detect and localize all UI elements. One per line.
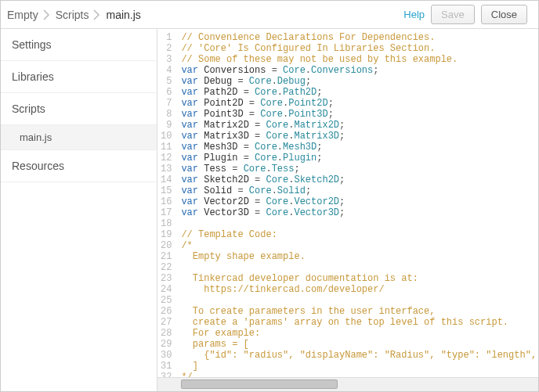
code-line[interactable]: var Tess = Core.Tess; [181, 164, 534, 174]
chevron-right-icon [92, 9, 103, 20]
code-line[interactable]: var Point3D = Core.Point3D; [181, 109, 534, 120]
code-line[interactable]: var Mesh3D = Core.Mesh3D; [181, 142, 534, 153]
code-line[interactable]: var Conversions = Core.Conversions; [181, 65, 534, 76]
code-area[interactable]: // Convenience Declarations For Dependen… [176, 29, 538, 377]
code-line[interactable]: // Convenience Declarations For Dependen… [181, 32, 534, 43]
code-line[interactable]: For example: [181, 328, 534, 339]
sidebar-item-scripts[interactable]: Scripts [1, 93, 157, 125]
code-line[interactable]: {"id": "radius", "displayName": "Radius"… [181, 350, 534, 361]
code-line[interactable] [181, 262, 534, 273]
code-line[interactable]: var Vector3D = Core.Vector3D; [181, 207, 534, 218]
code-line[interactable]: // Some of these may not be used by this… [181, 54, 534, 65]
save-button[interactable]: Save [431, 5, 475, 24]
chevron-right-icon [42, 9, 52, 20]
code-line[interactable] [181, 218, 534, 229]
code-line[interactable]: To create parameters in the user interfa… [181, 306, 534, 317]
topbar: Empty Scripts main.js Help Save Close [1, 1, 538, 29]
sidebar-item-settings[interactable]: Settings [1, 29, 157, 61]
breadcrumb-item: main.js [106, 9, 140, 21]
code-line[interactable]: var Plugin = Core.Plugin; [181, 153, 534, 164]
code-line[interactable]: var Vector2D = Core.Vector2D; [181, 196, 534, 207]
horizontal-scrollbar[interactable] [157, 377, 538, 391]
code-line[interactable]: var Sketch2D = Core.Sketch2D; [181, 174, 534, 185]
sidebar-subitem-mainjs[interactable]: main.js [1, 125, 157, 150]
code-line[interactable]: var Matrix2D = Core.Matrix2D; [181, 120, 534, 131]
code-line[interactable]: Tinkercad developer documentation is at: [181, 273, 534, 284]
editor-wrap: 1234567891011121314151617181920212223242… [157, 29, 538, 391]
main: Settings Libraries Scripts main.js Resou… [1, 29, 538, 391]
scrollbar-thumb[interactable] [181, 379, 338, 389]
code-line[interactable]: ] [181, 361, 534, 372]
code-editor[interactable]: 1234567891011121314151617181920212223242… [157, 29, 538, 377]
code-line[interactable]: // 'Core' Is Configured In Libraries Sec… [181, 43, 534, 54]
top-actions: Help Save Close [403, 5, 534, 24]
code-line[interactable]: params = [ [181, 339, 534, 350]
code-line[interactable]: var Point2D = Core.Point2D; [181, 98, 534, 109]
sidebar-item-libraries[interactable]: Libraries [1, 61, 157, 93]
gutter: 1234567891011121314151617181920212223242… [157, 29, 176, 377]
code-line[interactable]: /* [181, 240, 534, 251]
code-line[interactable]: // Template Code: [181, 229, 534, 240]
breadcrumb: Empty Scripts main.js [1, 9, 403, 21]
app-window: Empty Scripts main.js Help Save Close Se… [0, 0, 539, 392]
code-line[interactable]: create a 'params' array on the top level… [181, 317, 534, 328]
sidebar: Settings Libraries Scripts main.js Resou… [1, 29, 157, 391]
help-link[interactable]: Help [403, 9, 425, 20]
breadcrumb-item[interactable]: Scripts [56, 9, 89, 21]
code-line[interactable]: var Debug = Core.Debug; [181, 76, 534, 87]
sidebar-item-resources[interactable]: Resources [1, 150, 157, 182]
code-line[interactable]: Empty shape example. [181, 251, 534, 262]
breadcrumb-item[interactable]: Empty [7, 9, 38, 21]
code-line[interactable] [181, 295, 534, 306]
code-line[interactable]: var Solid = Core.Solid; [181, 185, 534, 196]
close-button[interactable]: Close [481, 5, 527, 24]
code-line[interactable]: */ [181, 372, 534, 377]
code-line[interactable]: var Matrix3D = Core.Matrix3D; [181, 131, 534, 142]
code-line[interactable]: var Path2D = Core.Path2D; [181, 87, 534, 98]
code-line[interactable]: https://tinkercad.com/developer/ [181, 284, 534, 295]
